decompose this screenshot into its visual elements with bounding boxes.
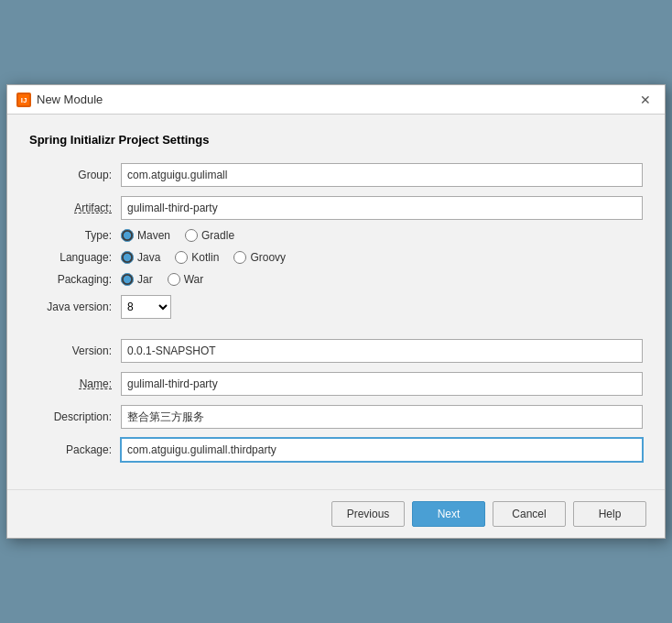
type-gradle-label: Gradle xyxy=(201,229,234,242)
version-row: Version: xyxy=(29,339,643,363)
java-version-label: Java version: xyxy=(29,301,121,313)
language-groovy-label: Groovy xyxy=(250,251,286,264)
title-bar-left: IJ New Module xyxy=(16,93,103,107)
type-maven-option[interactable]: Maven xyxy=(121,229,170,242)
type-gradle-radio[interactable] xyxy=(185,229,198,242)
description-label: Description: xyxy=(29,410,121,423)
packaging-jar-radio[interactable] xyxy=(121,273,134,286)
group-row: Group: xyxy=(29,163,643,187)
type-radio-group: Maven Gradle xyxy=(121,229,643,242)
java-version-select[interactable]: 8 11 17 xyxy=(121,295,171,319)
new-module-dialog: IJ New Module ✕ Spring Initializr Projec… xyxy=(6,84,666,539)
package-input[interactable] xyxy=(121,438,643,462)
artifact-input[interactable] xyxy=(121,196,643,220)
language-java-label: Java xyxy=(137,251,160,264)
close-button[interactable]: ✕ xyxy=(635,90,656,110)
packaging-label: Packaging: xyxy=(29,273,121,286)
artifact-label: Artifact: xyxy=(29,202,121,214)
language-groovy-radio[interactable] xyxy=(233,251,246,264)
group-label: Group: xyxy=(29,169,121,181)
app-icon: IJ xyxy=(16,93,31,107)
language-java-option[interactable]: Java xyxy=(121,251,160,264)
dialog-body: Spring Initializr Project Settings Group… xyxy=(7,115,665,489)
group-input[interactable] xyxy=(121,163,643,187)
java-version-wrapper: 8 11 17 xyxy=(121,295,171,319)
language-kotlin-label: Kotlin xyxy=(191,251,219,264)
section-title: Spring Initializr Project Settings xyxy=(29,133,643,147)
description-row: Description: xyxy=(29,405,643,429)
language-row: Language: Java Kotlin Groovy xyxy=(29,251,643,264)
title-bar: IJ New Module ✕ xyxy=(7,85,665,115)
type-row: Type: Maven Gradle xyxy=(29,229,643,242)
dialog-title: New Module xyxy=(37,93,103,106)
packaging-war-radio[interactable] xyxy=(168,273,180,286)
packaging-jar-label: Jar xyxy=(137,273,153,286)
help-button[interactable]: Help xyxy=(573,501,646,527)
packaging-radio-group: Jar War xyxy=(121,273,643,286)
language-java-radio[interactable] xyxy=(121,251,134,264)
language-label: Language: xyxy=(29,251,121,264)
next-button[interactable]: Next xyxy=(412,501,485,527)
previous-button[interactable]: Previous xyxy=(331,501,405,527)
dialog-footer: Previous Next Cancel Help xyxy=(7,489,665,538)
svg-text:IJ: IJ xyxy=(21,96,27,104)
type-gradle-option[interactable]: Gradle xyxy=(185,229,234,242)
packaging-row: Packaging: Jar War xyxy=(29,273,643,286)
packaging-war-option[interactable]: War xyxy=(168,273,204,286)
language-kotlin-option[interactable]: Kotlin xyxy=(175,251,219,264)
package-row: Package: xyxy=(29,438,643,462)
name-input[interactable] xyxy=(121,372,643,396)
type-maven-label: Maven xyxy=(137,229,170,242)
artifact-row: Artifact: xyxy=(29,196,643,220)
name-row: Name: xyxy=(29,372,643,396)
description-input[interactable] xyxy=(121,405,643,429)
version-input[interactable] xyxy=(121,339,643,363)
packaging-jar-option[interactable]: Jar xyxy=(121,273,153,286)
packaging-war-label: War xyxy=(184,273,204,286)
language-radio-group: Java Kotlin Groovy xyxy=(121,251,643,264)
version-label: Version: xyxy=(29,344,121,357)
type-label: Type: xyxy=(29,229,121,242)
type-maven-radio[interactable] xyxy=(121,229,134,242)
language-groovy-option[interactable]: Groovy xyxy=(233,251,286,264)
java-version-row: Java version: 8 11 17 xyxy=(29,295,643,319)
package-label: Package: xyxy=(29,443,121,456)
language-kotlin-radio[interactable] xyxy=(175,251,188,264)
cancel-button[interactable]: Cancel xyxy=(493,501,566,527)
name-label: Name: xyxy=(29,377,121,390)
